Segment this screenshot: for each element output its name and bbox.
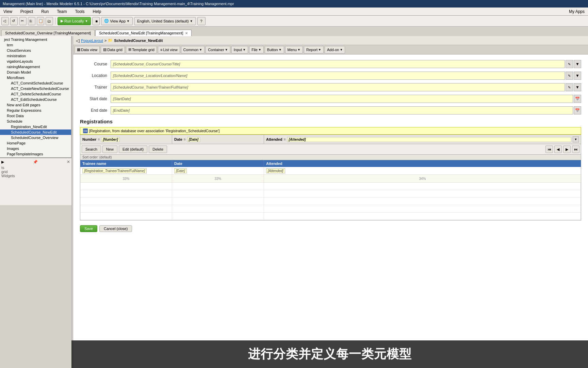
trainer-dropdown-btn[interactable]: ▼ [574, 83, 581, 91]
sidebar-item-images[interactable]: Images [0, 146, 71, 151]
stop-button[interactable]: ■ [92, 17, 100, 25]
toolbar-icon-6[interactable]: 🗂 [46, 17, 53, 25]
language-arrow[interactable]: ▼ [190, 19, 193, 23]
bottom-pane-close[interactable]: ✕ [67, 159, 70, 164]
toolbar-icon-3[interactable]: ✂ [19, 17, 27, 25]
edit-button[interactable]: Edit (default) [119, 145, 147, 153]
sidebar-item-administration[interactable]: ministration [0, 53, 71, 59]
sidebar-item-rootdata[interactable]: Root Data [0, 113, 71, 119]
nav-first-btn[interactable]: ⏮ [545, 145, 553, 153]
widget-btn-input[interactable]: Input ▼ [231, 46, 248, 53]
sort-order-text: Sort order: (default) [82, 155, 112, 159]
sidebar-item-domainmodel[interactable]: Domain Model [0, 70, 71, 75]
col-header-attended[interactable]: Attended [264, 160, 581, 167]
sidebar-item-schedule[interactable]: Schedule [0, 119, 71, 124]
menu-view[interactable]: View [1, 9, 14, 15]
tab-newedit[interactable]: ScheduledCourse_NewEdit [TrainingManagem… [95, 30, 192, 36]
sidebar-item-registration-newedit[interactable]: Registration_NewEdit [0, 124, 71, 129]
sidebar-item-tem[interactable]: tem [0, 42, 71, 48]
cell-attended[interactable]: [Attended] [264, 167, 581, 174]
sidebar-item-scheduledcourse-overview[interactable]: ScheduledCourse_Overview [0, 135, 71, 140]
language-button[interactable]: English, United States (default) ▼ [134, 17, 196, 25]
widget-btn-addon[interactable]: Add-on ▼ [325, 46, 345, 53]
widget-btn-templategrid[interactable]: ⊞ Template grid [126, 46, 157, 53]
sidebar-item-homepage[interactable]: HomePage [0, 140, 71, 146]
tab-overview[interactable]: ScheduledCourse_Overview [TrainingManage… [1, 30, 95, 36]
menu-project[interactable]: Project [18, 9, 35, 15]
course-edit-btn[interactable]: ✎ [566, 60, 573, 68]
sidebar-item-act-create[interactable]: ACT_CreateNewScheduledCourse [0, 86, 71, 91]
sidebar-item-navigationlayouts[interactable]: vigationLayouts [0, 59, 71, 64]
toolbar-icon-2[interactable]: ↺ [10, 17, 18, 25]
form-field-location[interactable]: [ScheduledCourse_Location/Location/Name] [111, 72, 565, 80]
sidebar-item-cloudservices[interactable]: CloudServices [0, 48, 71, 53]
sidebar-item-neweditpages[interactable]: New and Edit pages [0, 102, 71, 108]
form-field-startdate[interactable]: [StartDate] [111, 95, 573, 103]
menu-help[interactable]: Help [91, 9, 103, 15]
form-field-enddate[interactable]: [EndDate] [111, 106, 573, 114]
widget-btn-datagrid[interactable]: ▤ Data grid [101, 46, 125, 53]
cell-date[interactable]: [Date] [172, 167, 264, 174]
new-label: New [106, 147, 114, 151]
cell-trainee[interactable]: [Registration_Trainee/Trainee/FullName] [80, 167, 172, 174]
save-button[interactable]: Save [80, 225, 97, 232]
sidebar-item-act-delete[interactable]: ACT_DeleteScheduledCourse [0, 91, 71, 97]
view-app-button[interactable]: 🌐 View App ▼ [101, 17, 133, 25]
widget-btn-menu[interactable]: Menu ▼ [285, 46, 303, 53]
view-app-label: View App [110, 19, 126, 23]
nav-back-icon[interactable]: ◁ [76, 38, 80, 43]
col-header-trainee[interactable]: Trainee name [80, 160, 172, 167]
widget-btn-file[interactable]: File ▼ [249, 46, 264, 53]
nav-next-btn[interactable]: ▶ [563, 145, 571, 153]
widget-btn-report[interactable]: Report ▼ [304, 46, 324, 53]
form-field-course[interactable]: [ScheduledCourse_Course/Course/Title] [111, 60, 565, 68]
new-button[interactable]: New [102, 145, 117, 153]
tab-overview-label: ScheduledCourse_Overview [TrainingManage… [5, 31, 91, 35]
toolbar-icon-5[interactable]: 📋 [37, 17, 44, 25]
run-dropdown-arrow[interactable]: ▼ [85, 19, 88, 23]
delete-button[interactable]: Delete [149, 145, 167, 153]
menu-team[interactable]: Team [55, 9, 69, 15]
cancel-button[interactable]: Cancel (close) [99, 225, 132, 232]
sidebar-item-microflows[interactable]: Microflows [0, 75, 71, 80]
sidebar-item-act-commit[interactable]: ACT_CommitScheduledCourse [0, 80, 71, 86]
widget-btn-button[interactable]: Button ▼ [265, 46, 284, 53]
help-button[interactable]: ? [197, 17, 206, 25]
course-dropdown-btn[interactable]: ▼ [574, 60, 581, 68]
col-date-field[interactable]: [Date] [187, 137, 200, 142]
sidebar-item-trainingmanagement[interactable]: rainingManagement [0, 64, 71, 70]
sidebar-item-project[interactable]: ject Training Management [0, 37, 71, 42]
startdate-calendar-icon[interactable]: 📅 [574, 95, 581, 103]
sidebar-item-pagetemplateimages[interactable]: PageTemplateImages [0, 151, 71, 157]
toolbar-icon-4[interactable]: ⎘ [28, 17, 35, 25]
bottom-item-widgets: Widgets [1, 174, 70, 178]
attended-dropdown[interactable]: ▼ [573, 136, 579, 142]
trainer-edit-btn[interactable]: ✎ [566, 83, 573, 91]
col-header-date[interactable]: Date [172, 160, 264, 167]
nav-last-btn[interactable]: ⏭ [572, 145, 579, 153]
widget-btn-common[interactable]: Common ▼ [181, 46, 205, 53]
nav-prev-btn[interactable]: ◀ [554, 145, 562, 153]
location-dropdown-btn[interactable]: ▼ [574, 72, 581, 80]
form-field-trainer[interactable]: [ScheduledCourse_Trainer/Trainer/FullNam… [111, 83, 565, 91]
menu-tools[interactable]: Tools [73, 9, 87, 15]
col-number-field[interactable]: [Number] [101, 137, 119, 142]
widget-btn-listview[interactable]: ≡ List view [158, 46, 180, 53]
tab-close-icon[interactable]: ✕ [185, 31, 188, 35]
sidebar-item-regularexpressions[interactable]: Regular Expressions [0, 108, 71, 113]
col-attended-field[interactable]: [Attended] [287, 137, 571, 142]
view-app-arrow[interactable]: ▼ [127, 19, 130, 23]
my-apps-link[interactable]: My Apps [567, 9, 587, 15]
menu-run[interactable]: Run [39, 9, 51, 15]
location-edit-btn[interactable]: ✎ [566, 72, 573, 80]
search-button[interactable]: Search [82, 145, 101, 153]
sidebar-item-scheduledcourse-newedit[interactable]: ScheduledCourse_NewEdit [0, 129, 71, 135]
widget-btn-container[interactable]: Container ▼ [206, 46, 230, 53]
breadcrumb-popup-layout[interactable]: PopupLayout [81, 39, 103, 43]
bottom-pane-pin[interactable]: 📌 [33, 160, 38, 164]
sidebar-item-act-edit[interactable]: ACT_EditScheduledCourse [0, 97, 71, 102]
toolbar-icon-1[interactable]: ◁ [1, 17, 9, 25]
enddate-calendar-icon[interactable]: 📅 [574, 106, 581, 114]
widget-btn-dataview[interactable]: ▦ Data view [75, 46, 100, 53]
run-locally-button[interactable]: ▶ Run Locally ▼ [58, 17, 91, 25]
